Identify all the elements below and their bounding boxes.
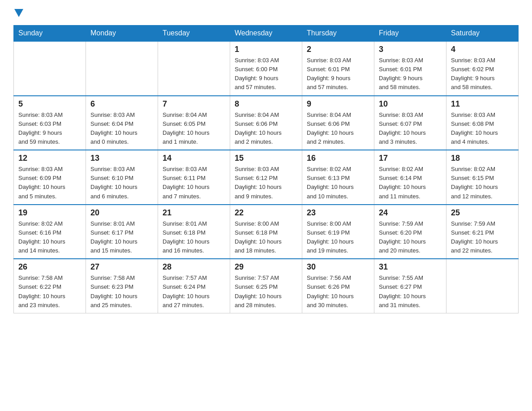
day-info: Sunrise: 8:03 AMSunset: 6:11 PMDaylight:… [163, 165, 225, 201]
day-number: 9 [307, 99, 369, 109]
calendar-day-cell: 23Sunrise: 8:00 AMSunset: 6:19 PMDayligh… [302, 205, 374, 259]
day-info: Sunrise: 8:01 AMSunset: 6:17 PMDaylight:… [90, 219, 153, 256]
calendar-header-day: Wednesday [230, 26, 302, 42]
calendar-day-cell: 27Sunrise: 7:58 AMSunset: 6:23 PMDayligh… [86, 259, 158, 313]
day-info: Sunrise: 8:02 AMSunset: 6:14 PMDaylight:… [379, 165, 442, 201]
calendar-day-cell: 24Sunrise: 7:59 AMSunset: 6:20 PMDayligh… [374, 205, 446, 259]
calendar-header-day: Friday [374, 26, 446, 42]
day-info: Sunrise: 8:03 AMSunset: 6:08 PMDaylight:… [451, 111, 514, 147]
calendar-day-cell: 13Sunrise: 8:03 AMSunset: 6:10 PMDayligh… [86, 150, 158, 205]
logo [13, 9, 23, 17]
calendar-day-cell: 6Sunrise: 8:03 AMSunset: 6:04 PMDaylight… [86, 96, 158, 150]
calendar-header-day: Monday [86, 26, 158, 42]
calendar-week-row: 5Sunrise: 8:03 AMSunset: 6:03 PMDaylight… [14, 96, 519, 150]
day-number: 14 [163, 154, 225, 163]
calendar-day-cell: 11Sunrise: 8:03 AMSunset: 6:08 PMDayligh… [446, 96, 519, 150]
calendar-week-row: 1Sunrise: 8:03 AMSunset: 6:00 PMDaylight… [14, 41, 519, 96]
logo-triangle-icon [14, 9, 23, 18]
calendar-day-cell: 4Sunrise: 8:03 AMSunset: 6:02 PMDaylight… [446, 41, 519, 96]
day-number: 16 [307, 154, 369, 163]
calendar-day-cell: 25Sunrise: 7:59 AMSunset: 6:21 PMDayligh… [446, 205, 519, 259]
svg-marker-0 [14, 9, 23, 17]
day-number: 5 [18, 99, 81, 109]
day-number: 23 [307, 208, 369, 218]
day-number: 1 [235, 45, 297, 54]
day-info: Sunrise: 8:00 AMSunset: 6:19 PMDaylight:… [307, 219, 369, 256]
day-number: 27 [90, 262, 153, 272]
calendar-day-cell: 18Sunrise: 8:02 AMSunset: 6:15 PMDayligh… [446, 150, 519, 205]
calendar-day-cell: 21Sunrise: 8:01 AMSunset: 6:18 PMDayligh… [158, 205, 230, 259]
calendar-week-row: 19Sunrise: 8:02 AMSunset: 6:16 PMDayligh… [14, 205, 519, 259]
day-info: Sunrise: 8:03 AMSunset: 6:01 PMDaylight:… [307, 56, 369, 92]
calendar-table: SundayMondayTuesdayWednesdayThursdayFrid… [13, 25, 519, 313]
day-info: Sunrise: 8:03 AMSunset: 6:02 PMDaylight:… [451, 56, 514, 92]
calendar-day-cell: 31Sunrise: 7:55 AMSunset: 6:27 PMDayligh… [374, 259, 446, 313]
calendar-header-day: Saturday [446, 26, 519, 42]
day-number: 18 [451, 154, 514, 163]
day-info: Sunrise: 8:03 AMSunset: 6:09 PMDaylight:… [18, 165, 81, 201]
day-info: Sunrise: 7:59 AMSunset: 6:20 PMDaylight:… [379, 219, 442, 256]
day-info: Sunrise: 8:03 AMSunset: 6:04 PMDaylight:… [90, 111, 153, 147]
calendar-day-cell: 26Sunrise: 7:58 AMSunset: 6:22 PMDayligh… [14, 259, 86, 313]
day-info: Sunrise: 8:04 AMSunset: 6:06 PMDaylight:… [307, 111, 369, 147]
day-number: 19 [18, 208, 81, 218]
calendar-week-row: 12Sunrise: 8:03 AMSunset: 6:09 PMDayligh… [14, 150, 519, 205]
calendar-day-cell: 15Sunrise: 8:03 AMSunset: 6:12 PMDayligh… [230, 150, 302, 205]
day-info: Sunrise: 8:03 AMSunset: 6:03 PMDaylight:… [18, 111, 81, 147]
day-number: 22 [235, 208, 297, 218]
day-number: 7 [163, 99, 225, 109]
calendar-day-cell: 5Sunrise: 8:03 AMSunset: 6:03 PMDaylight… [14, 96, 86, 150]
calendar-day-cell: 16Sunrise: 8:02 AMSunset: 6:13 PMDayligh… [302, 150, 374, 205]
day-info: Sunrise: 8:03 AMSunset: 6:10 PMDaylight:… [90, 165, 153, 201]
day-info: Sunrise: 8:04 AMSunset: 6:05 PMDaylight:… [163, 111, 225, 147]
day-number: 3 [379, 45, 442, 54]
day-info: Sunrise: 7:57 AMSunset: 6:24 PMDaylight:… [163, 274, 225, 310]
day-number: 12 [18, 154, 81, 163]
day-number: 20 [90, 208, 153, 218]
day-number: 2 [307, 45, 369, 54]
calendar-day-cell: 17Sunrise: 8:02 AMSunset: 6:14 PMDayligh… [374, 150, 446, 205]
day-number: 30 [307, 262, 369, 272]
day-number: 26 [18, 262, 81, 272]
day-number: 11 [451, 99, 514, 109]
calendar-day-cell: 2Sunrise: 8:03 AMSunset: 6:01 PMDaylight… [302, 41, 374, 96]
page-header [13, 9, 519, 17]
calendar-day-cell [158, 41, 230, 96]
calendar-day-cell: 22Sunrise: 8:00 AMSunset: 6:18 PMDayligh… [230, 205, 302, 259]
day-info: Sunrise: 8:01 AMSunset: 6:18 PMDaylight:… [163, 219, 225, 256]
calendar-header-row: SundayMondayTuesdayWednesdayThursdayFrid… [14, 26, 519, 42]
day-info: Sunrise: 7:58 AMSunset: 6:23 PMDaylight:… [90, 274, 153, 310]
day-info: Sunrise: 7:55 AMSunset: 6:27 PMDaylight:… [379, 274, 442, 310]
day-number: 31 [379, 262, 442, 272]
calendar-day-cell: 28Sunrise: 7:57 AMSunset: 6:24 PMDayligh… [158, 259, 230, 313]
day-number: 17 [379, 154, 442, 163]
day-number: 21 [163, 208, 225, 218]
calendar-header-day: Tuesday [158, 26, 230, 42]
day-number: 8 [235, 99, 297, 109]
day-info: Sunrise: 7:59 AMSunset: 6:21 PMDaylight:… [451, 219, 514, 256]
day-info: Sunrise: 8:00 AMSunset: 6:18 PMDaylight:… [235, 219, 297, 256]
day-number: 28 [163, 262, 225, 272]
day-number: 29 [235, 262, 297, 272]
calendar-day-cell: 9Sunrise: 8:04 AMSunset: 6:06 PMDaylight… [302, 96, 374, 150]
day-number: 10 [379, 99, 442, 109]
calendar-day-cell: 20Sunrise: 8:01 AMSunset: 6:17 PMDayligh… [86, 205, 158, 259]
calendar-header-day: Sunday [14, 26, 86, 42]
day-number: 24 [379, 208, 442, 218]
calendar-day-cell: 7Sunrise: 8:04 AMSunset: 6:05 PMDaylight… [158, 96, 230, 150]
day-info: Sunrise: 8:02 AMSunset: 6:15 PMDaylight:… [451, 165, 514, 201]
calendar-day-cell: 10Sunrise: 8:03 AMSunset: 6:07 PMDayligh… [374, 96, 446, 150]
day-info: Sunrise: 7:57 AMSunset: 6:25 PMDaylight:… [235, 274, 297, 310]
day-number: 25 [451, 208, 514, 218]
day-info: Sunrise: 7:56 AMSunset: 6:26 PMDaylight:… [307, 274, 369, 310]
day-info: Sunrise: 8:03 AMSunset: 6:07 PMDaylight:… [379, 111, 442, 147]
day-info: Sunrise: 7:58 AMSunset: 6:22 PMDaylight:… [18, 274, 81, 310]
calendar-day-cell: 3Sunrise: 8:03 AMSunset: 6:01 PMDaylight… [374, 41, 446, 96]
day-number: 4 [451, 45, 514, 54]
day-info: Sunrise: 8:03 AMSunset: 6:00 PMDaylight:… [235, 56, 297, 92]
calendar-header-day: Thursday [302, 26, 374, 42]
calendar-week-row: 26Sunrise: 7:58 AMSunset: 6:22 PMDayligh… [14, 259, 519, 313]
calendar-day-cell: 19Sunrise: 8:02 AMSunset: 6:16 PMDayligh… [14, 205, 86, 259]
day-info: Sunrise: 8:04 AMSunset: 6:06 PMDaylight:… [235, 111, 297, 147]
calendar-day-cell: 29Sunrise: 7:57 AMSunset: 6:25 PMDayligh… [230, 259, 302, 313]
